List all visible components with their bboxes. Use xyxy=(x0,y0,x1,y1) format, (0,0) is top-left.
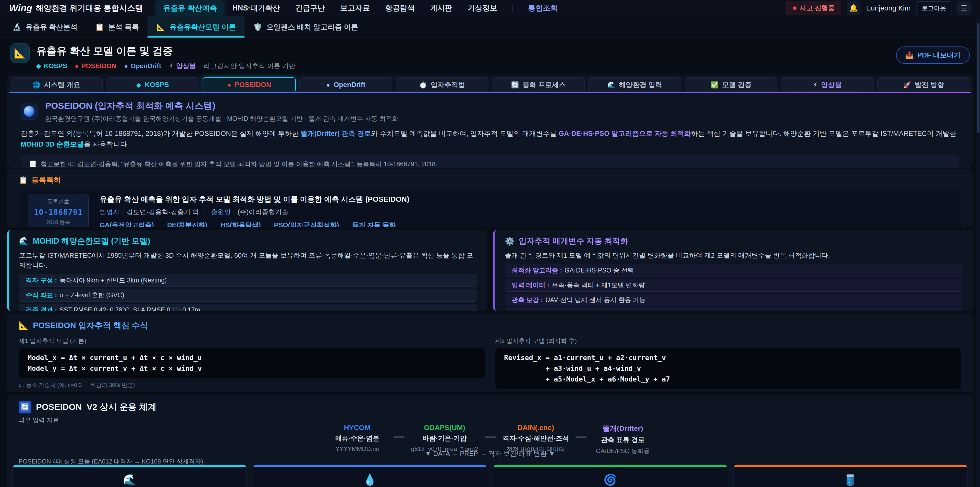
registration-number: 10-1868791 xyxy=(34,208,83,217)
wave-icon: 🌊 xyxy=(19,236,29,246)
nav-item-hns-air-diffusion[interactable]: HNS·대기확산 xyxy=(226,0,286,16)
chip-model-validation[interactable]: ✅ 모델 검증 xyxy=(685,77,777,92)
info-row-algorithm: 최적화 알고리즘 : GA·DE·HS·PSO 중 선택 xyxy=(505,264,963,277)
chip-ensemble[interactable]: ⚡ 앙상블 xyxy=(781,77,873,92)
tab-spill-model-theory[interactable]: 📐 유출유확산모델 이론 xyxy=(148,16,245,38)
patent-meta: 발명자 : 김도연·김용혁·김충기 외 | 출원인 : (주)아라종합기술 xyxy=(100,208,409,217)
nav-item-reports[interactable]: 보고자료 xyxy=(334,0,376,16)
patent-section-title: 📋 등록특허 xyxy=(19,175,961,185)
info-row-vertical-coord: 수직 좌표 : σ + Z-level 혼합 (GVC) xyxy=(19,289,476,302)
app-logo: Wing 해양환경 위기대응 통합시스템 xyxy=(9,3,143,14)
badge-ensemble: ⚡ 앙상블 xyxy=(169,62,196,70)
incident-status-badge[interactable]: 사고 진행중 xyxy=(787,1,841,15)
module-hydr: 🌊 HYDR xyxy=(13,465,247,487)
patent-card: 등록번호 10-1868791 2018 등록 유출유 확산 예측을 위한 입자… xyxy=(19,190,961,227)
reference-1: 📑 참고문헌 ①: 김도연·김용혁, "유출유 확산 예측을 위한 입자 추적 … xyxy=(29,160,951,168)
optimization-info-rows: 최적화 알고리즘 : GA·DE·HS·PSO 중 선택 입력 데이터 : 유속… xyxy=(505,264,963,311)
model1-note: c : 풍속 가중치 (예: c=0.3 → 바람의 30% 반영) xyxy=(19,381,485,389)
clipboard-icon: 📋 xyxy=(19,176,28,184)
optimization-card-title: ⚙️ 입자추적 매개변수 자동 최적화 xyxy=(505,236,963,246)
patent-title: 유출유 확산 예측을 위한 입자 추적 모델 최적화 방법 및 이를 이용한 예… xyxy=(100,194,409,204)
tab-analysis-list[interactable]: 📋 분석 목록 xyxy=(86,16,148,38)
logo-mark: Wing xyxy=(9,3,32,14)
model1-label: 제1 입자추적 모델 (기본) xyxy=(19,337,485,345)
patent-registration-box: 등록번호 10-1868791 2018 등록 xyxy=(28,194,89,227)
nav-item-board[interactable]: 게시판 xyxy=(423,0,459,16)
v2-title: POSEIDON_V2 상시 운용 체계 xyxy=(36,401,156,413)
globe-icon: 🌐 xyxy=(32,81,40,89)
nav-item-weather-info[interactable]: 기상정보 xyxy=(461,0,504,16)
nav-divider xyxy=(150,4,150,13)
diamond-icon: ◆ xyxy=(36,62,41,70)
v2-title-row: 🔄 POSEIDON_V2 상시 운용 체계 xyxy=(19,401,156,414)
status-dot-icon xyxy=(793,6,797,10)
model2-label: 제2 입자추적 모델 (최적화 후) xyxy=(495,337,961,345)
circle-icon: ● xyxy=(75,62,79,70)
parameter-optimization-card: ⚙️ 입자추적 매개변수 자동 최적화 뜰개 관측 경로와 제1 모델 예측값의… xyxy=(493,230,973,311)
gear-icon: ⚙️ xyxy=(505,236,515,246)
info-row-funding: 지원과제 : 행정안전부 KCG-01-2017-05 (해양경비지원기술) xyxy=(505,308,963,311)
chip-poseidon[interactable]: ● POSEIDON xyxy=(203,77,296,92)
user-name: Eunjeong Kim xyxy=(866,4,911,12)
page-title: 유출유 확산 모델 이론 및 검증 xyxy=(36,44,296,58)
notification-bell-icon[interactable]: 🔔 xyxy=(847,1,861,15)
patent-body: 유출유 확산 예측을 위한 입자 추적 모델 최적화 방법 및 이를 이용한 예… xyxy=(100,194,409,228)
logout-button[interactable]: 로그아웃 xyxy=(916,1,951,15)
circle-icon: ● xyxy=(228,81,231,89)
execution-modules-row: 🌊 HYDR 💧 WAVE 🌀 TIDE 🛢️ OILS xyxy=(13,465,967,487)
ruler-icon: 📐 xyxy=(156,23,165,31)
cycle-icon: 🔄 xyxy=(511,81,519,89)
lightning-icon: ⚡ xyxy=(813,81,818,89)
pdf-export-button[interactable]: 📤 PDF 내보내기 xyxy=(896,46,970,64)
poseidon-title: POSEIDON (입자추적 최적화 예측 시스템) xyxy=(45,100,399,112)
poseidon-header: POSEIDON (입자추적 최적화 예측 시스템) 한국환경연구원·(주)아라… xyxy=(21,100,959,123)
main-menu: 유출유 확산예측 HNS·대기확산 긴급구난 보고자료 항공탐색 게시판 기상정… xyxy=(156,0,564,16)
chip-particle-tracking[interactable]: ⏱️ 입자추적법 xyxy=(396,77,488,92)
chip-weathering-process[interactable]: 🔄 풍화 프로세스 xyxy=(492,77,585,92)
chip-roadmap[interactable]: 🚀 발전 방향 xyxy=(877,77,970,92)
tab-label: 유출유 확산분석 xyxy=(25,22,78,32)
nav-item-integrated-search[interactable]: 통합조회 xyxy=(522,0,564,16)
chip-opendrift[interactable]: ● OpenDrift xyxy=(299,77,392,92)
incident-badge-label: 사고 진행중 xyxy=(800,3,835,13)
inventor-label: 발명자 : xyxy=(100,208,123,217)
sphere-icon xyxy=(21,103,38,120)
chip-kosps[interactable]: ◆ KOSPS xyxy=(106,77,199,92)
app-title: 해양환경 위기대응 통합시스템 xyxy=(36,3,143,14)
highlight-drifter: 뜰개(Drifter) 관측 경로 xyxy=(301,130,371,137)
vertical-scrollbar[interactable] xyxy=(977,16,980,487)
highlight-mohid: MOHID 3D 순환모델 xyxy=(21,141,84,148)
model1-code-block: Model_x = Δt × current_u + Δt × c × wind… xyxy=(19,348,485,378)
highlight-algorithms: GA·DE·HS·PSO 알고리즘으로 자동 최적화 xyxy=(558,130,691,137)
tab-oil-spill-analysis[interactable]: 🔬 유출유 확산분석 xyxy=(3,16,86,38)
nav-item-oil-spill-prediction[interactable]: 유출유 확산예측 xyxy=(156,0,224,16)
page-subtitle-note: 라그랑지안 입자추적 이론 기반 xyxy=(204,62,296,70)
hamburger-menu-icon[interactable]: ☰ xyxy=(957,1,971,15)
check-icon: ✅ xyxy=(711,81,718,89)
applicant-label: 출원인 : xyxy=(211,208,234,217)
diamond-icon: ◆ xyxy=(136,81,141,89)
mohid-info-rows: 격자 구성 : 동아시아 9km + 한반도 3km (Nesting) 수직 … xyxy=(19,274,476,311)
cyclone-icon: 🌀 xyxy=(493,473,727,486)
tag-ga: GA(유전알고리즘) xyxy=(100,220,154,228)
ruler-icon: 📐 xyxy=(19,321,29,331)
gradient-accent-bar xyxy=(7,92,973,93)
cycle-icon: 🔄 xyxy=(19,401,32,414)
info-row-grid: 격자 구성 : 동아시아 9km + 한반도 3km (Nesting) xyxy=(19,274,476,287)
chip-system-overview[interactable]: 🌐 시스템 개요 xyxy=(10,77,103,92)
tag-drifter-assimilation: 뜰개 자동 동화 xyxy=(352,220,396,228)
formula-columns: 제1 입자추적 모델 (기본) Model_x = Δt × current_u… xyxy=(19,337,961,392)
tab-oil-fence-algorithm-theory[interactable]: 🛡️ 오일펜스 배치 알고리즘 이론 xyxy=(245,16,367,38)
scrollbar-thumb[interactable] xyxy=(977,23,980,133)
nav-item-emergency-rescue[interactable]: 긴급구난 xyxy=(289,0,331,16)
page-title-block: 유출유 확산 모델 이론 및 검증 ◆ KOSPS ● POSEIDON ● O… xyxy=(36,43,296,70)
chip-ocean-env-input[interactable]: 🌊 해양환경 입력 xyxy=(588,77,681,92)
wave-icon: 🌊 xyxy=(13,473,247,486)
connector-dash xyxy=(393,436,404,438)
nav-item-aerial-search[interactable]: 항공탐색 xyxy=(379,0,422,16)
poseidon-subtitle: 한국환경연구원·(주)아라종합기술·한국해양기상기술 공동개발 · MOHID … xyxy=(45,114,399,123)
module-wave: 💧 WAVE xyxy=(253,465,487,487)
source-hycom: HYCOM 해류·수온·염분 YYYYMMDD.nc xyxy=(328,424,387,452)
nav-divider xyxy=(512,4,513,13)
badge-poseidon: ● POSEIDON xyxy=(75,62,116,70)
